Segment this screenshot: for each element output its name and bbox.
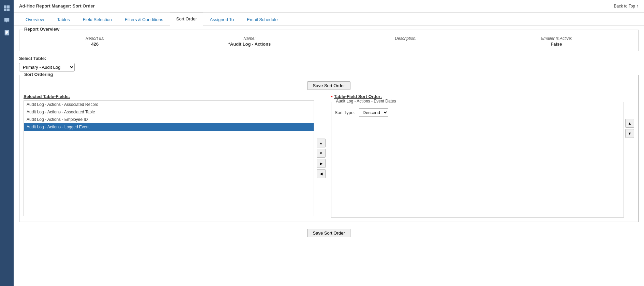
asterisk-icon: *	[331, 95, 333, 100]
field-item-3[interactable]: Audit Log - Actions - Employee ID	[24, 116, 314, 123]
tab-field-selection[interactable]: Field Selection	[76, 13, 118, 26]
field-item-1[interactable]: Audit Log - Actions - Associated Record	[24, 101, 314, 108]
note-icon[interactable]	[2, 28, 12, 37]
tab-sort-order[interactable]: Sort Order	[170, 13, 204, 26]
selected-fields-label: Selected Table-Fields:	[24, 94, 327, 99]
back-to-top-button[interactable]: Back to Top ↑	[614, 4, 639, 9]
tab-email-schedule[interactable]: Email Schedule	[240, 13, 284, 26]
left-sidebar	[0, 0, 14, 286]
report-name-field: Name: *Audit Log - Actions	[228, 36, 271, 47]
sort-ordering-section: Sort Ordering Save Sort Order Selected T…	[19, 75, 639, 222]
move-left-button[interactable]: ◀	[317, 169, 326, 178]
svg-rect-6	[5, 32, 8, 33]
sort-order-panel: Audit Log - Actions - Event Dates Sort T…	[331, 102, 624, 218]
sort-type-label: Sort Type:	[335, 110, 355, 115]
field-item-2[interactable]: Audit Log - Actions - Associated Table	[24, 108, 314, 116]
page-content: Report Overview Report ID: 426 Name: *Au…	[14, 26, 644, 286]
sort-order-column: * Table-Field Sort Order: Audit Log - Ac…	[327, 94, 634, 218]
sort-type-row: Sort Type: Ascend Descend	[335, 108, 620, 117]
move-up-button[interactable]: ▲	[317, 139, 326, 147]
move-right-button[interactable]: ▶	[317, 159, 326, 168]
move-down-button[interactable]: ▼	[317, 149, 326, 158]
svg-rect-2	[4, 9, 6, 11]
fields-list: Audit Log - Actions - Associated Record …	[24, 100, 314, 216]
svg-rect-0	[4, 5, 6, 8]
field-item-4[interactable]: Audit Log - Actions - Logged Event	[24, 123, 314, 131]
sort-panel-legend: Audit Log - Actions - Event Dates	[335, 99, 398, 104]
save-sort-order-bottom-button[interactable]: Save Sort Order	[307, 229, 351, 237]
grid-icon[interactable]	[2, 3, 12, 13]
top-bar: Ad-Hoc Report Manager: Sort Order Back t…	[14, 0, 644, 12]
table-field-sort-label: Table-Field Sort Order:	[334, 94, 382, 99]
tab-assigned-to[interactable]: Assigned To	[203, 13, 240, 26]
sort-type-select[interactable]: Ascend Descend	[359, 108, 388, 117]
sort-ordering-legend: Sort Ordering	[23, 72, 55, 77]
table-dropdown-container: Primary - Audit Log Secondary - Audit Lo…	[19, 63, 639, 72]
svg-rect-7	[5, 33, 7, 34]
report-description-field: Description:	[395, 36, 416, 47]
tab-overview[interactable]: Overview	[19, 13, 50, 26]
select-table-section: Select Table: Primary - Audit Log Second…	[19, 56, 639, 72]
report-id-field: Report ID: 426	[86, 36, 104, 47]
report-overview-section: Report Overview Report ID: 426 Name: *Au…	[19, 30, 639, 51]
table-select[interactable]: Primary - Audit Log Secondary - Audit Lo…	[19, 63, 75, 72]
panel-move-down-button[interactable]: ▼	[625, 129, 634, 138]
bottom-save-section: Save Sort Order	[19, 222, 639, 245]
main-content: Ad-Hoc Report Manager: Sort Order Back t…	[14, 0, 644, 286]
tab-filters-conditions[interactable]: Filters & Conditions	[118, 13, 170, 26]
save-sort-order-top-button[interactable]: Save Sort Order	[307, 81, 351, 90]
svg-rect-1	[7, 5, 10, 8]
selected-fields-column: Selected Table-Fields: Audit Log - Actio…	[24, 94, 327, 218]
report-overview-legend: Report Overview	[23, 27, 61, 32]
panel-move-up-button[interactable]: ▲	[625, 119, 634, 128]
svg-rect-5	[5, 31, 8, 32]
select-table-label: Select Table:	[19, 56, 639, 61]
tab-tables[interactable]: Tables	[50, 13, 76, 26]
right-panel-move-buttons: ▲ ▼	[624, 102, 634, 218]
chat-icon[interactable]	[2, 16, 12, 25]
emailer-active-field: Emailer Is Active: False	[541, 36, 572, 47]
tabs-bar: Overview Tables Field Selection Filters …	[14, 13, 644, 26]
move-buttons: ▲ ▼ ▶ ◀	[315, 100, 327, 216]
svg-rect-3	[7, 9, 10, 11]
app-title: Ad-Hoc Report Manager: Sort Order	[19, 3, 95, 9]
